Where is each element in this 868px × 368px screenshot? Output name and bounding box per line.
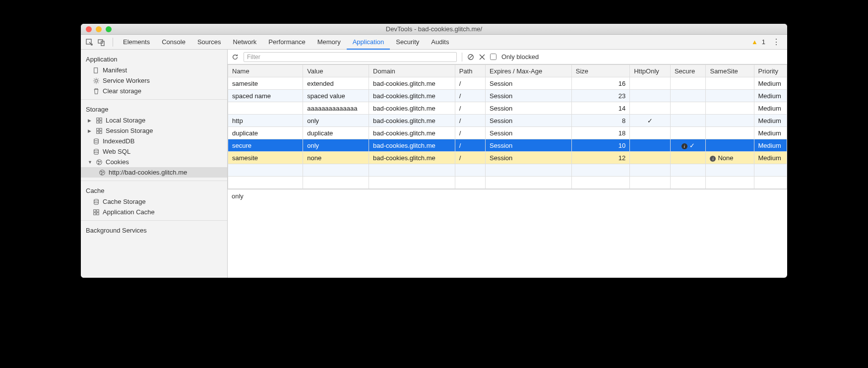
tab-console[interactable]: Console [156,35,191,50]
sidebar-item-indexeddb[interactable]: IndexedDB [81,136,227,146]
table-cell: / [455,152,485,164]
minimize-window-button[interactable] [96,26,102,32]
separator [81,181,227,181]
expand-triangle-icon: ▶ [88,118,93,123]
table-row[interactable]: spaced namespaced valuebad-cookies.glitc… [228,90,787,102]
table-row[interactable]: duplicateduplicatebad-cookies.glitch.me/… [228,127,787,139]
svg-rect-5 [97,118,99,120]
sidebar-item-label: Application Cache [103,208,155,216]
warning-icon[interactable]: ▲ [751,38,758,46]
table-row[interactable]: samesiteextendedbad-cookies.glitch.me/Se… [228,77,787,90]
column-header[interactable]: Expires / Max-Age [486,65,572,77]
sidebar-item-session-storage[interactable]: ▶Session Storage [81,125,227,136]
table-cell: bad-cookies.glitch.me [369,152,455,164]
column-header[interactable]: Value [303,65,369,77]
close-window-button[interactable] [86,26,92,32]
table-row[interactable]: secureonlybad-cookies.glitch.me/Session1… [228,139,787,152]
svg-point-4 [95,79,97,82]
table-cell [706,164,754,177]
table-cell [670,177,706,189]
sidebar-item-service-workers[interactable]: Service Workers [81,75,227,86]
table-cell [630,152,671,164]
table-cell: secure [228,139,303,152]
column-header[interactable]: Priority [754,65,787,77]
devtools-tabbar: ElementsConsoleSourcesNetworkPerformance… [81,35,787,50]
sidebar-item-cache-storage[interactable]: Cache Storage [81,196,227,207]
table-cell: Session [486,77,572,90]
table-cell [670,90,706,102]
sidebar-item-local-storage[interactable]: ▶Local Storage [81,115,227,125]
table-cell [369,164,455,177]
sidebar-item-label: http://bad-cookies.glitch.me [109,169,187,176]
sidebar-item-clear-storage[interactable]: Clear storage [81,86,227,96]
table-cell: bad-cookies.glitch.me [369,77,455,90]
svg-point-21 [103,172,104,173]
filter-input[interactable] [244,52,457,62]
tab-memory[interactable]: Memory [311,35,347,50]
tab-performance[interactable]: Performance [262,35,311,50]
tab-elements[interactable]: Elements [117,35,156,50]
sidebar-item-web-sql[interactable]: Web SQL [81,146,227,157]
tab-application[interactable]: Application [347,35,390,50]
db-icon [93,138,100,145]
table-cell: aaaaaaaaaaaaaa [303,102,369,115]
table-row[interactable]: samesitenonebad-cookies.glitch.me/Sessio… [228,152,787,164]
sidebar-item-cookies[interactable]: ▼Cookies [81,157,227,167]
refresh-icon[interactable] [232,54,239,61]
expand-triangle-icon: ▶ [88,128,93,133]
column-header[interactable]: Name [228,65,303,77]
delete-selected-icon[interactable] [479,54,485,60]
separator [81,99,227,100]
table-cell [630,77,671,90]
column-header[interactable]: Size [571,65,630,77]
table-row[interactable]: aaaaaaaaaaaaaabad-cookies.glitch.me/Sess… [228,102,787,115]
tab-network[interactable]: Network [227,35,263,50]
table-cell: samesite [228,77,303,90]
table-cell: / [455,139,485,152]
only-blocked-checkbox[interactable] [490,54,496,60]
column-header[interactable]: Secure [670,65,706,77]
device-toggle-icon[interactable] [97,38,106,46]
sidebar-item-label: Clear storage [103,87,141,95]
sidebar-item-application-cache[interactable]: Application Cache [81,207,227,217]
svg-rect-3 [94,67,98,73]
table-cell [455,164,485,177]
sidebar-item-manifest[interactable]: Manifest [81,65,227,75]
table-row-empty [228,164,787,177]
table-row-empty [228,177,787,189]
sidebar-item-label: Manifest [103,66,127,74]
maximize-window-button[interactable] [106,26,112,32]
column-header[interactable]: Domain [369,65,455,77]
tab-sources[interactable]: Sources [191,35,227,50]
table-cell [670,164,706,177]
gear-icon [93,77,100,84]
sidebar-item-cookie-origin[interactable]: http://bad-cookies.glitch.me [81,167,227,178]
svg-rect-9 [97,128,99,130]
svg-rect-12 [100,131,102,133]
table-cell [455,177,485,189]
tab-audits[interactable]: Audits [425,35,455,50]
sidebar-section-storage: Storage [81,103,227,115]
table-cell: duplicate [228,127,303,139]
table-row[interactable]: httponlybad-cookies.glitch.me/Session8✓M… [228,115,787,127]
table-cell [571,164,630,177]
table-cell: Medium [754,90,787,102]
devtools-window: DevTools - bad-cookies.glitch.me/ Elemen… [81,24,787,278]
sidebar-section-cache: Cache [81,184,227,196]
table-cell: spaced value [303,90,369,102]
clear-all-icon[interactable] [467,54,474,61]
sidebar-item-label: Cookies [106,158,129,166]
table-cell: iNone [706,152,754,164]
inspect-icon[interactable] [85,38,94,46]
svg-rect-24 [94,209,96,211]
column-header[interactable]: Path [455,65,485,77]
more-menu-icon[interactable]: ⋮ [769,37,783,47]
column-header[interactable]: HttpOnly [630,65,671,77]
column-header[interactable]: SameSite [706,65,754,77]
tab-security[interactable]: Security [390,35,425,50]
table-cell [303,177,369,189]
sidebar-item-label: Service Workers [103,77,150,84]
table-cell [369,177,455,189]
svg-line-29 [469,55,473,59]
window-title: DevTools - bad-cookies.glitch.me/ [81,25,787,33]
